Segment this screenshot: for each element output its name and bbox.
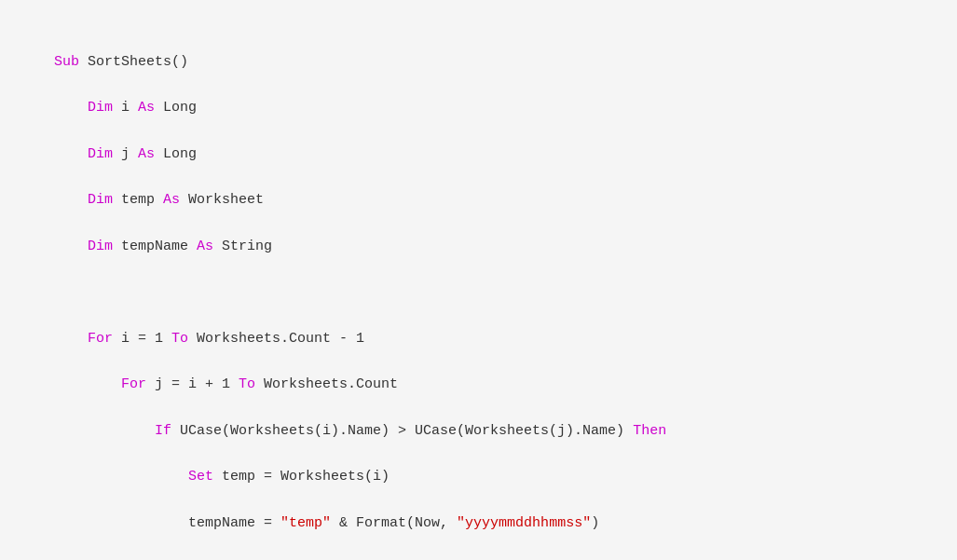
line-1: Sub SortSheets() [37,51,920,75]
type-string: String [213,239,272,254]
kw-as2: As [138,146,155,162]
line-4: Dim temp As Worksheet [37,189,920,212]
indent-7 [37,331,88,347]
blank-line [37,284,46,300]
indent-2 [37,100,88,116]
line-11: tempName = "temp" & Format(Now, "yyyymmd… [37,512,920,536]
line-2: Dim i As Long [37,97,920,120]
kw-if: If [155,423,171,439]
indent-5 [37,239,88,254]
var-i: i [113,100,138,116]
line-9: If UCase(Worksheets(i).Name) > UCase(Wor… [37,420,920,444]
indent-1 [37,54,54,70]
to-i-expr: Worksheets.Count - 1 [188,331,364,347]
type-ws: Worksheet [180,192,264,208]
kw-dim1: Dim [88,100,113,116]
kw-dim3: Dim [88,192,113,208]
line-6 [37,281,920,305]
indent-11 [37,515,188,531]
kw-dim4: Dim [88,239,113,254]
line-3: Dim j As Long [37,143,920,167]
line-10: Set temp = Worksheets(i) [37,466,920,489]
kw-to2: To [239,376,255,392]
indent-8 [37,376,121,392]
str-temp: "temp" [280,515,331,531]
set-temp-expr: temp = Worksheets(i) [213,469,390,485]
code-content: Sub SortSheets() Dim i As Long Dim j As … [37,28,920,560]
concat-format: & Format(Now, [331,515,457,531]
str-format: "yyyymmddhhmmss" [457,515,591,531]
tempname-assign: tempName = [188,515,280,531]
kw-to1: To [171,331,188,347]
type-long2: Long [155,146,197,162]
line-7: For i = 1 To Worksheets.Count - 1 [37,328,920,351]
kw-set: Set [188,469,213,485]
if-expr: UCase(Worksheets(i).Name) > UCase(Worksh… [171,423,633,439]
for-i-expr: i = 1 [113,331,171,347]
kw-for2: For [121,376,146,392]
for-j-expr: j = i + 1 [146,376,239,392]
var-j: j [113,146,138,162]
line-8: For j = i + 1 To Worksheets.Count [37,374,920,397]
indent-3 [37,146,88,162]
kw-dim2: Dim [88,146,113,162]
var-temp: temp [113,192,163,208]
indent-9 [37,423,155,439]
sub-name: SortSheets() [79,54,188,70]
kw-sub: Sub [54,54,79,70]
kw-as1: As [138,100,155,116]
kw-as4: As [197,239,213,254]
indent-10 [37,469,188,485]
type-long1: Long [155,100,197,116]
var-tempname: tempName [113,239,197,254]
to-j-expr: Worksheets.Count [255,376,398,392]
indent-4 [37,192,88,208]
code-editor: Sub SortSheets() Dim i As Long Dim j As … [0,0,957,560]
kw-as3: As [163,192,180,208]
kw-then: Then [633,423,666,439]
close-paren: ) [591,515,599,531]
kw-for1: For [88,331,113,347]
line-5: Dim tempName As String [37,236,920,259]
